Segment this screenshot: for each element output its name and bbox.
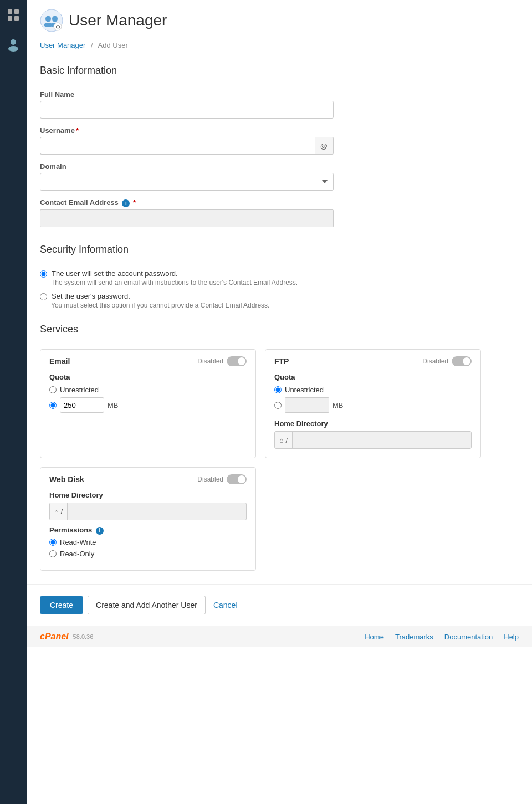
permissions-info-icon[interactable]: i xyxy=(96,527,104,535)
webdisk-card-header: Web Disk Disabled xyxy=(49,474,247,484)
domain-select[interactable] xyxy=(40,173,334,191)
webdisk-home-dir-input[interactable] xyxy=(68,503,246,520)
page-title: User Manager xyxy=(69,12,167,29)
ftp-service-status: Disabled xyxy=(422,356,472,366)
ftp-limited-radio[interactable] xyxy=(274,402,282,409)
ftp-unrestricted-row: Unrestricted xyxy=(274,386,472,394)
ftp-disabled-label: Disabled xyxy=(422,357,448,365)
security-radio2[interactable] xyxy=(40,293,47,300)
webdisk-home-dir-title: Home Directory xyxy=(49,491,247,499)
svg-point-8 xyxy=(52,16,58,22)
email-card-header: Email Disabled xyxy=(49,356,247,366)
security-option1: The user will set the account password. … xyxy=(40,269,519,286)
create-add-another-button[interactable]: Create and Add Another User xyxy=(88,596,206,614)
webdisk-permissions-section: Permissions i Read-Write Read-Only xyxy=(49,526,247,558)
contact-email-field-group: Contact Email Address i * xyxy=(40,198,519,227)
footer-documentation-link[interactable]: Documentation xyxy=(444,633,493,641)
username-field-group: Username* @ xyxy=(40,126,519,155)
footer-trademarks-link[interactable]: Trademarks xyxy=(395,633,433,641)
contact-email-info-icon[interactable]: i xyxy=(122,199,130,207)
email-limited-radio[interactable] xyxy=(49,402,57,409)
svg-point-7 xyxy=(45,16,51,22)
email-quota-section: Quota Unrestricted MB xyxy=(49,373,247,413)
ftp-service-card: FTP Disabled Quota Unrestricted xyxy=(265,349,481,458)
username-required-star: * xyxy=(76,126,79,135)
ftp-home-dir-row: ⌂ / xyxy=(274,431,472,449)
email-unrestricted-radio[interactable] xyxy=(49,386,57,393)
svg-text:⚙: ⚙ xyxy=(55,24,60,30)
email-quota-input[interactable] xyxy=(60,397,104,413)
email-unrestricted-label: Unrestricted xyxy=(60,386,99,394)
email-disabled-label: Disabled xyxy=(197,357,223,365)
svg-rect-3 xyxy=(14,16,19,21)
footer-help-link[interactable]: Help xyxy=(504,633,519,641)
page-icon: ⚙ xyxy=(40,9,63,32)
webdisk-readwrite-radio[interactable] xyxy=(49,539,57,546)
domain-field-group: Domain xyxy=(40,162,519,191)
full-name-input[interactable] xyxy=(40,101,334,119)
ftp-toggle[interactable] xyxy=(452,356,472,366)
security-option2: Set the user's password. You must select… xyxy=(40,292,519,309)
username-row: @ xyxy=(40,137,334,155)
svg-rect-0 xyxy=(8,9,12,14)
services-row2: Web Disk Disabled Home Directory ⌂ / xyxy=(40,467,519,571)
webdisk-readonly-radio[interactable] xyxy=(49,550,57,557)
ftp-home-dir-input[interactable] xyxy=(293,432,471,448)
security-section-title: Security Information xyxy=(40,235,519,260)
form-container: Basic Information Full Name Username* @ … xyxy=(27,56,532,584)
webdisk-card-title: Web Disk xyxy=(49,475,84,484)
svg-point-5 xyxy=(8,46,18,52)
ftp-card-header: FTP Disabled xyxy=(274,356,472,366)
cancel-button[interactable]: Cancel xyxy=(210,596,241,614)
webdisk-home-dir-prefix: ⌂ / xyxy=(50,503,68,520)
ftp-quota-input[interactable] xyxy=(285,397,329,413)
webdisk-toggle[interactable] xyxy=(227,474,247,484)
username-input[interactable] xyxy=(40,137,315,155)
email-quota-unit: MB xyxy=(108,401,119,409)
ftp-quota-title: Quota xyxy=(274,373,472,381)
webdisk-disabled-label: Disabled xyxy=(197,475,223,483)
email-toggle[interactable] xyxy=(227,356,247,366)
security-option1-subtext: The system will send an email with instr… xyxy=(40,279,519,286)
grid-icon[interactable] xyxy=(3,4,24,28)
cpanel-brand-text: cPanel xyxy=(40,632,69,642)
ftp-quota-unit: MB xyxy=(332,401,344,409)
page-header: ⚙ User Manager xyxy=(27,0,532,39)
ftp-quota-input-row: MB xyxy=(274,397,472,413)
webdisk-readwrite-label: Read-Write xyxy=(60,538,96,546)
webdisk-service-card: Web Disk Disabled Home Directory ⌂ / xyxy=(40,467,256,571)
ftp-home-dir-prefix: ⌂ / xyxy=(275,432,293,448)
contact-email-label: Contact Email Address i * xyxy=(40,198,519,207)
breadcrumb-root[interactable]: User Manager xyxy=(40,41,85,49)
cpanel-logo: cPanel 58.0.36 xyxy=(40,632,93,642)
webdisk-readonly-row: Read-Only xyxy=(49,550,247,558)
svg-rect-1 xyxy=(14,9,19,14)
email-quota-title: Quota xyxy=(49,373,247,381)
security-option2-text: Set the user's password. xyxy=(52,292,130,300)
webdisk-home-dir-section: Home Directory ⌂ / xyxy=(49,491,247,520)
contact-email-input[interactable] xyxy=(40,209,334,227)
basic-info-section-title: Basic Information xyxy=(40,56,519,81)
full-name-field-group: Full Name xyxy=(40,90,519,119)
security-radio1[interactable] xyxy=(40,270,47,278)
ftp-unrestricted-label: Unrestricted xyxy=(285,386,324,394)
email-quota-input-row: MB xyxy=(49,397,247,413)
footer-links: Home Trademarks Documentation Help xyxy=(365,633,519,641)
webdisk-readwrite-row: Read-Write xyxy=(49,538,247,546)
webdisk-home-dir-row: ⌂ / xyxy=(49,503,247,520)
ftp-home-dir-section: Home Directory ⌂ / xyxy=(274,419,472,449)
ftp-home-dir-title: Home Directory xyxy=(274,419,472,428)
ftp-unrestricted-radio[interactable] xyxy=(274,386,282,393)
sidebar xyxy=(0,0,27,804)
breadcrumb: User Manager / Add User xyxy=(27,39,532,56)
footer-home-link[interactable]: Home xyxy=(365,633,384,641)
domain-label: Domain xyxy=(40,162,519,171)
cpanel-version: 58.0.36 xyxy=(73,633,94,640)
services-grid: Email Disabled Quota Unrestricted xyxy=(40,349,519,458)
svg-point-4 xyxy=(11,39,16,45)
webdisk-service-status: Disabled xyxy=(197,474,247,484)
user-manager-nav-icon[interactable] xyxy=(2,33,25,59)
breadcrumb-separator: / xyxy=(91,41,93,49)
contact-email-required-star: * xyxy=(133,198,136,207)
create-button[interactable]: Create xyxy=(40,596,83,614)
